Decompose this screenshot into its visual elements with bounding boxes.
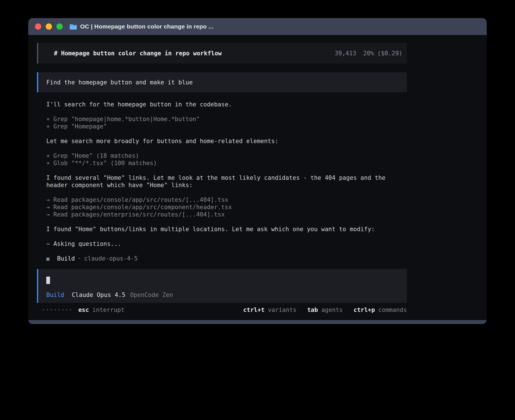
input-status-row: Build Claude Opus 4.5 OpenCode Zen xyxy=(46,291,407,299)
user-message: Find the homepage button and make it blu… xyxy=(37,72,407,92)
tool-call-text: Glob "**/*.tsx" (100 matches) xyxy=(53,160,157,167)
assistant-text-line: I found several "Home" links. Let me loo… xyxy=(46,174,407,181)
transcript-group: Let me search more broadly for buttons a… xyxy=(46,137,407,145)
shortcut-label: variants xyxy=(268,306,296,314)
shortcut-label: commands xyxy=(378,306,407,314)
shortcut-variants: ctrl+tvariants xyxy=(243,306,296,314)
transcript-group: I found several "Home" links. Let me loo… xyxy=(46,174,407,189)
spinner-dots: ········ xyxy=(42,306,73,314)
tool-call-line: ∗Glob "**/*.tsx" (100 matches) xyxy=(46,159,407,167)
assistant-text-line: I found "Home" buttons/links in multiple… xyxy=(46,226,407,233)
folder-icon xyxy=(69,24,77,30)
shortcut-keys: tab xyxy=(307,306,318,314)
tool-call-text: Read packages/enterprise/src/routes/[...… xyxy=(53,211,225,218)
transcript-group: →Read packages/console/app/src/routes/[.… xyxy=(46,196,407,218)
model-name: Claude Opus 4.5 xyxy=(72,291,125,299)
transcript-group: ∗Grep "Home" (18 matches)∗Glob "**/*.tsx… xyxy=(46,152,407,167)
agent-square-icon: ▣ xyxy=(46,255,57,262)
tool-asterisk-icon: ∗ xyxy=(46,159,53,167)
window-title: OC | Homepage button color change in rep… xyxy=(80,23,213,30)
agent-name: Build xyxy=(57,255,75,262)
shortcut-commands: ctrl+pcommands xyxy=(353,306,407,314)
transcript-group: ∗Grep "homepage|home.*button|Home.*butto… xyxy=(46,115,407,130)
tool-asterisk-icon: ∗ xyxy=(46,123,53,130)
screen: OC | Homepage button color change in rep… xyxy=(0,0,515,420)
traffic-lights xyxy=(35,23,63,30)
provider-name: OpenCode Zen xyxy=(130,291,173,299)
tool-call-text: Read packages/console/app/src/routes/[..… xyxy=(53,196,228,203)
transcript-group: ▣Build·claude-opus-4-5 xyxy=(46,255,407,262)
prompt-input[interactable]: Build Claude Opus 4.5 OpenCode Zen xyxy=(37,269,407,303)
tool-call-line: →Read packages/console/app/src/component… xyxy=(46,204,407,211)
read-arrow-icon: → xyxy=(46,211,53,218)
tool-asterisk-icon: ∗ xyxy=(46,152,53,159)
tool-call-line: →Read packages/enterprise/src/routes/[..… xyxy=(46,211,407,218)
tool-asterisk-icon: ∗ xyxy=(46,115,53,123)
terminal-body: # Homepage button color change in repo w… xyxy=(28,35,487,320)
window-titlebar: OC | Homepage button color change in rep… xyxy=(28,18,487,35)
separator-dot: · xyxy=(78,255,81,262)
shortcut-label: agents xyxy=(321,306,343,314)
tool-call-text: Grep "homepage|home.*button|Home.*button… xyxy=(53,116,200,123)
shortcut-keys: ctrl+p xyxy=(353,306,375,314)
shortcut-agents: tabagents xyxy=(307,306,343,314)
zoom-button[interactable] xyxy=(56,23,63,30)
terminal-window: OC | Homepage button color change in rep… xyxy=(28,18,487,324)
token-count: 39,413 xyxy=(335,50,356,57)
status-bar: ········ esc interrupt ctrl+tvariantstab… xyxy=(37,306,407,314)
tool-call-line: ∗Grep "Homepage" xyxy=(46,123,407,130)
tool-call-text: Read packages/console/app/src/component/… xyxy=(53,204,232,211)
context-percent: 20% xyxy=(363,50,374,57)
close-button[interactable] xyxy=(35,23,41,30)
read-arrow-icon: → xyxy=(46,204,53,211)
interrupt-label: interrupt xyxy=(92,306,125,314)
assistant-text-line: I'll search for the homepage button in t… xyxy=(46,101,407,108)
transcript-group: ~ Asking questions... xyxy=(46,240,407,248)
session-header: # Homepage button color change in repo w… xyxy=(37,43,407,64)
window-bottom-edge xyxy=(28,320,487,324)
user-message-text: Find the homepage button and make it blu… xyxy=(46,79,193,86)
agent-model: claude-opus-4-5 xyxy=(84,255,138,262)
tool-call-text: Grep "Homepage" xyxy=(53,123,107,130)
agent-mode-label: Build xyxy=(46,291,64,299)
status-bar-shortcuts: ctrl+tvariantstabagentsctrl+pcommands xyxy=(232,306,407,314)
tui-content: # Homepage button color change in repo w… xyxy=(28,35,407,314)
esc-key-hint: esc xyxy=(78,306,89,314)
tool-call-line: ∗Grep "Home" (18 matches) xyxy=(46,152,407,159)
session-cost: ($0.29) xyxy=(377,50,402,57)
transcript-group: I found "Home" buttons/links in multiple… xyxy=(46,226,407,233)
transcript: I'll search for the homepage button in t… xyxy=(37,101,407,262)
shortcut-keys: ctrl+t xyxy=(243,306,265,314)
tool-call-text: Grep "Home" (18 matches) xyxy=(53,152,139,159)
session-meta: 39,413 20% ($0.29) xyxy=(335,50,402,57)
assistant-text-line: header component which have "Home" links… xyxy=(46,181,407,189)
status-bar-left: ········ esc interrupt xyxy=(42,306,125,314)
transcript-group: I'll search for the homepage button in t… xyxy=(46,101,407,108)
session-title: # Homepage button color change in repo w… xyxy=(54,50,222,57)
assistant-text-line: Let me search more broadly for buttons a… xyxy=(46,137,407,145)
minimize-button[interactable] xyxy=(46,23,52,30)
read-arrow-icon: → xyxy=(46,196,53,204)
tool-call-line: ∗Grep "homepage|home.*button|Home.*butto… xyxy=(46,115,407,123)
assistant-text-line: ~ Asking questions... xyxy=(46,240,407,248)
text-cursor xyxy=(46,277,50,284)
tool-call-line: →Read packages/console/app/src/routes/[.… xyxy=(46,196,407,204)
